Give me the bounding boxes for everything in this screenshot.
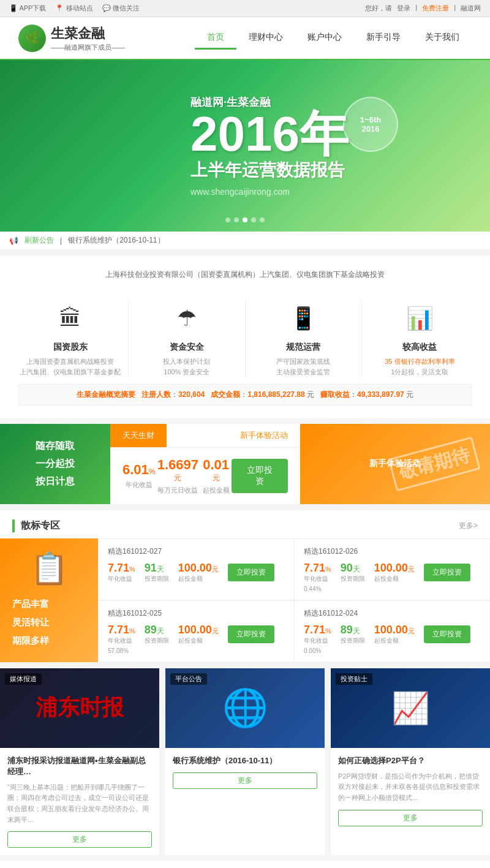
news-img-1: 平台公告 🌐	[165, 668, 325, 748]
stats-prefix: 生菜金融概览摘要	[77, 390, 135, 399]
badge-line1: 1~6th	[360, 115, 381, 124]
daily-yield-label: 每万元日收益	[156, 486, 201, 495]
guozi-icon: 🏛	[49, 300, 92, 337]
stats-traded: 1,816,885,227.88	[247, 390, 304, 399]
news-tag-0: 媒体报道	[5, 673, 42, 685]
biao-more-link[interactable]: 更多>	[459, 521, 478, 531]
company-desc: 上海科技创业投资有限公司（国资委直属机构）上汽集团、仪电集团旗下基金战略投资	[18, 268, 472, 282]
feature-divider-3	[361, 300, 362, 378]
biao-item-1-title: 精选161012-026	[304, 546, 480, 557]
daily-yield-stat: 1.6697元 每万元日收益	[156, 457, 201, 495]
biao-1-amount: 100.00元 起投金额	[374, 562, 415, 583]
invest-right: 天天生财 新手体验活动 6.01% 年化收益 1.6697元 每万元日收益 0.…	[110, 424, 300, 504]
biao-item-1-stats: 7.71% 年化收益 90天 投资期限 100.00元 起投金额 立即投资	[304, 562, 480, 583]
hero-dot-1[interactable]	[225, 217, 230, 222]
new-user-banner[interactable]: 新手体验活动 敬请期待	[300, 424, 490, 504]
biao-item-3-stats: 7.71% 年化收益 89天 投资期限 100.00元 起投金额 立即投资	[304, 624, 480, 645]
top-bar-left: 📱 APP下载 📍 移动站点 💬 微信关注	[9, 4, 140, 13]
investment-section: 随存随取一分起投按日计息 天天生财 新手体验活动 6.01% 年化收益 1.66…	[0, 424, 490, 504]
biao-3-amount: 100.00元 起投金额	[374, 624, 415, 645]
register-link[interactable]: 免费注册	[422, 4, 449, 13]
news-tag-2: 投资贴士	[336, 673, 372, 685]
hero-dot-4[interactable]	[251, 217, 256, 222]
login-link[interactable]: 登录	[397, 4, 410, 13]
tab-new-user[interactable]: 新手体验活动	[228, 424, 300, 447]
operation-title: 规范运营	[252, 342, 355, 353]
min-invest-value: 0.01元	[200, 457, 232, 483]
wechat-link[interactable]: 💬 微信关注	[102, 4, 140, 13]
news-title-0: 浦东时报采访报道融道网•生菜金融副总经理…	[7, 755, 152, 777]
annual-rate-stat: 6.01% 年化收益	[123, 462, 156, 489]
biao-item-2: 精选161012-025 7.71% 年化收益 89天 投资期限 100.00元…	[98, 600, 294, 662]
hero-year: 2016年	[190, 110, 349, 159]
notice-text: 银行系统维护（2016-10-11）	[68, 235, 164, 246]
rongdao-link[interactable]: 融道网	[461, 4, 481, 13]
guozi-title: 国资股东	[18, 342, 122, 353]
biao-2-days: 89天 投资期限	[145, 624, 169, 645]
partners-section: 合作伙伴 上海利捷股业投资公司 上海格浦融资担保有限公司 上海汇金金融资担保有限…	[0, 861, 490, 868]
news-section: 媒体报道 浦东时报 浦东时报采访报道融道网•生菜金融副总经理… "周三晚上基本沿…	[0, 668, 490, 855]
biao-2-progress: 57.08%	[108, 647, 284, 654]
biao-3-progress: 0.00%	[304, 647, 480, 654]
logo-text: 生菜金融 ——融道网旗下成员——	[51, 25, 125, 52]
company-section: 上海科技创业投资有限公司（国资委直属机构）上汽集团、仪电集团旗下基金战略投资 🏛…	[0, 256, 490, 418]
feature-security: ☂ 资金安全 投入本保护计划100% 资金安全	[135, 300, 238, 378]
mobile-site-link[interactable]: 📍 移动站点	[55, 4, 92, 13]
globe-icon: 🌐	[222, 686, 268, 730]
daily-yield-value: 1.6697元	[156, 457, 201, 483]
biao-section-header: 散标专区 更多>	[0, 510, 490, 538]
hero-dot-5[interactable]	[260, 217, 265, 222]
operation-desc: 严守国家政策底线主动接受资金监管	[252, 357, 355, 378]
stock-chart-icon: 📈	[391, 690, 429, 726]
biao-2-amount: 100.00元 起投金额	[178, 624, 219, 645]
news-more-0[interactable]: 更多	[7, 831, 152, 848]
notice-bar: 📢 刷新公告 | 银行系统维护（2016-10-11）	[0, 232, 490, 250]
nav-item-guide[interactable]: 新手引导	[354, 27, 413, 50]
news-more-2[interactable]: 更多	[338, 810, 483, 826]
news-body-1: 银行系统维护（2016-10-11） 更多	[165, 748, 325, 796]
hero-dot-2[interactable]	[234, 217, 239, 222]
hero-banner: 融道网·生菜金融 2016年 上半年运营数据报告 www.shengcaijin…	[0, 60, 490, 232]
news-title-2: 如何正确选择P2P平台？	[338, 755, 483, 766]
annual-rate-value: 6.01%	[123, 462, 156, 478]
hero-subtitle: 上半年运营数据报告	[190, 159, 349, 182]
nav-item-about[interactable]: 关于我们	[413, 27, 472, 50]
security-title: 资金安全	[135, 342, 238, 353]
badge-line2: 2016	[362, 124, 380, 134]
invest-content: 6.01% 年化收益 1.6697元 每万元日收益 0.01元 起投金额 立即投…	[110, 448, 300, 504]
biao-invest-btn-3[interactable]: 立即投资	[424, 625, 470, 643]
invest-now-button[interactable]: 立即投资	[232, 459, 288, 493]
nav-item-finance[interactable]: 理财中心	[236, 27, 295, 50]
tab-tiantian[interactable]: 天天生财	[110, 424, 167, 447]
profit-title: 较高收益	[368, 342, 472, 353]
notice-icon: 📢	[9, 236, 18, 245]
nav-item-account[interactable]: 账户中心	[295, 27, 354, 50]
biao-0-annual: 7.71% 年化收益	[108, 562, 135, 583]
news-more-1[interactable]: 更多	[173, 772, 317, 789]
nav-item-home[interactable]: 首页	[195, 27, 236, 50]
biao-content: 📋 产品丰富灵活转让期限多样 精选161012-027 7.71% 年化收益 9…	[0, 538, 490, 662]
biao-item-3-title: 精选161012-024	[304, 608, 480, 619]
biao-left-banner: 📋 产品丰富灵活转让期限多样	[0, 538, 98, 662]
invest-tabs: 天天生财 新手体验活动	[110, 424, 300, 448]
stats-label1: 注册人数	[141, 390, 171, 399]
biao-left-title: 产品丰富灵活转让期限多样	[12, 595, 86, 650]
hero-url: www.shengcaijinrong.com	[190, 187, 349, 197]
biao-chart-icon: 📋	[12, 551, 86, 586]
biao-invest-btn-1[interactable]: 立即投资	[424, 564, 470, 581]
biao-1-days: 90天 投资期限	[341, 562, 365, 583]
biao-invest-btn-2[interactable]: 立即投资	[228, 625, 274, 643]
notice-separator: |	[60, 236, 62, 245]
top-bar: 📱 APP下载 📍 移动站点 💬 微信关注 您好，请 登录 | 免费注册 | 融…	[0, 0, 490, 17]
biao-invest-btn-0[interactable]: 立即投资	[228, 564, 274, 581]
app-download-link[interactable]: 📱 APP下载	[9, 4, 46, 13]
news-img-0: 媒体报道 浦东时报	[0, 668, 159, 748]
news-desc-2: P2P网贷理财，是指公司作为中介机构，把借贷双方对接起来，并未双各各提供信息和投…	[338, 771, 483, 804]
features: 🏛 国资股东 上海国资委直属机构战略投资上汽集团、仪电集团旗下基金参配 ☂ 资金…	[18, 294, 472, 384]
stats-bar: 生菜金融概览摘要 注册人数：320,604 成交金额：1,816,885,227…	[18, 384, 472, 406]
notice-tag[interactable]: 刷新公告	[24, 235, 54, 246]
annual-rate-label: 年化收益	[123, 480, 156, 489]
feature-profit: 📊 较高收益 35 倍银行存款利率利率1分起投，灵活支取	[368, 300, 472, 378]
hero-dot-3[interactable]	[243, 217, 247, 222]
stats-label3: 赚取收益	[320, 390, 350, 399]
